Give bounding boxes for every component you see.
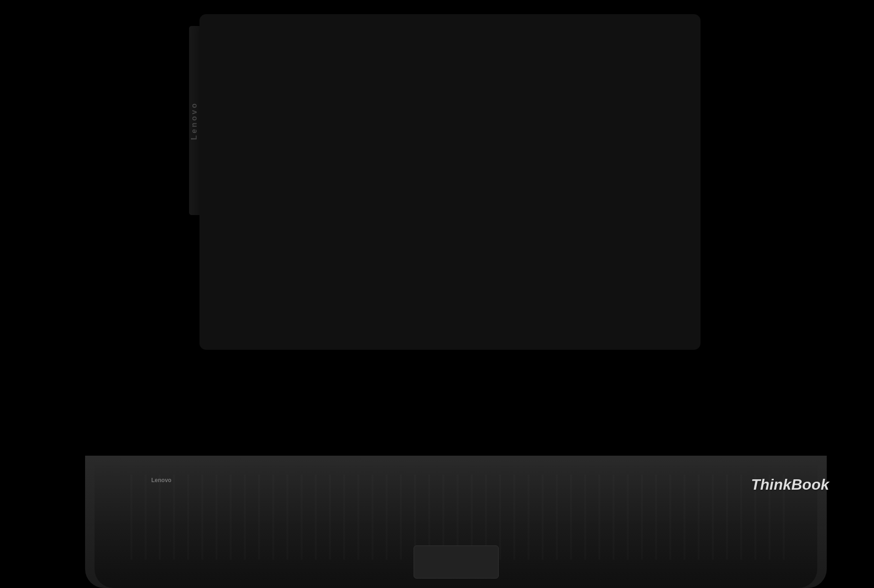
lenovo-brand-text: Lenovo (190, 102, 199, 140)
lenovo-lower-branding: Lenovo (151, 476, 172, 484)
scene: Lenovo 2021/12/1, Mon | 14:25 📶 100% (0, 0, 874, 588)
lenovo-lower-text: Lenovo (151, 477, 172, 484)
thinkbook-text: ThinkBook (751, 476, 829, 493)
thinkbook-branding: ThinkBook (751, 476, 829, 493)
keyboard-base (95, 465, 817, 588)
lenovo-brand: Lenovo (189, 26, 199, 215)
touchpad (414, 545, 499, 579)
